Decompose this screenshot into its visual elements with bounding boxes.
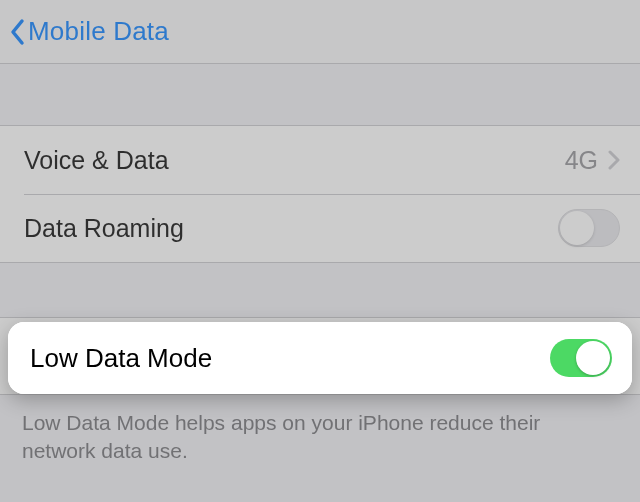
voice-and-data-value: 4G: [565, 146, 598, 175]
toggle-knob: [560, 211, 594, 245]
chevron-left-icon: [8, 17, 26, 47]
toggle-knob: [576, 341, 610, 375]
voice-and-data-row[interactable]: Voice & Data 4G: [0, 126, 640, 194]
back-button[interactable]: Mobile Data: [8, 16, 169, 47]
low-data-mode-highlight: Low Data Mode: [8, 322, 632, 394]
low-data-mode-label: Low Data Mode: [30, 343, 550, 374]
low-data-mode-toggle[interactable]: [550, 339, 612, 377]
back-title: Mobile Data: [28, 16, 169, 47]
voice-and-data-label: Voice & Data: [24, 146, 565, 175]
settings-group-1: Voice & Data 4G Data Roaming: [0, 126, 640, 263]
section-spacer: [0, 64, 640, 126]
data-roaming-toggle[interactable]: [558, 209, 620, 247]
section-spacer-2: [0, 263, 640, 317]
chevron-right-icon: [608, 150, 620, 170]
nav-bar: Mobile Data: [0, 0, 640, 64]
data-roaming-row: Data Roaming: [0, 194, 640, 262]
footer-description: Low Data Mode helps apps on your iPhone …: [0, 395, 640, 466]
low-data-mode-row: Low Data Mode: [8, 322, 632, 394]
data-roaming-label: Data Roaming: [24, 214, 558, 243]
